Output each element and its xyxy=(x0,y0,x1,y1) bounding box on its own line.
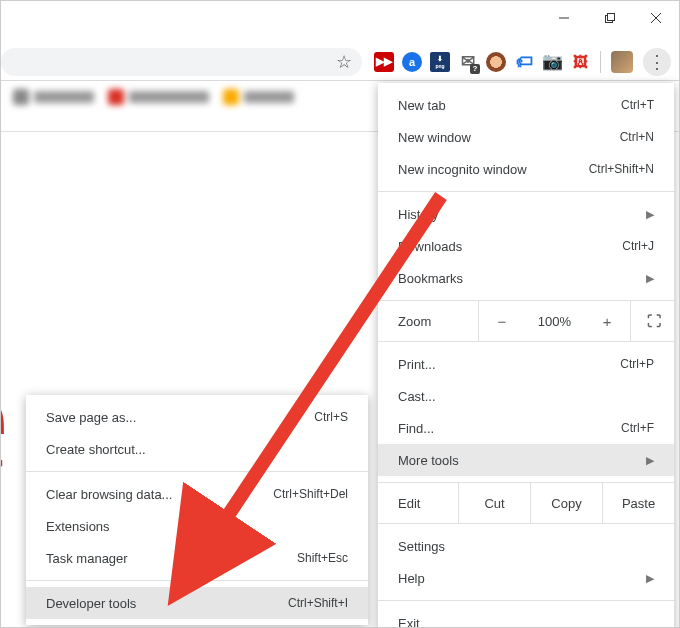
menu-item-edit: Edit Cut Copy Paste xyxy=(378,483,674,523)
menu-item-help[interactable]: Help▶ xyxy=(378,562,674,594)
menu-item-history[interactable]: History▶ xyxy=(378,198,674,230)
browser-toolbar: ☆ ▶▶ a ⬇png ✉? 🏷 📷 🖼 ⋮ xyxy=(1,43,679,81)
chevron-right-icon: ▶ xyxy=(646,454,654,467)
menu-item-incognito[interactable]: New incognito windowCtrl+Shift+N xyxy=(378,153,674,185)
main-menu-button[interactable]: ⋮ xyxy=(643,48,671,76)
fullscreen-icon xyxy=(647,313,659,329)
menu-item-find[interactable]: Find...Ctrl+F xyxy=(378,412,674,444)
menu-item-more-tools[interactable]: More tools▶ xyxy=(378,444,674,476)
extension-icon[interactable]: 🖼 xyxy=(570,52,590,72)
bookmark-item[interactable] xyxy=(223,89,294,105)
submenu-item-clear-data[interactable]: Clear browsing data...Ctrl+Shift+Del xyxy=(26,478,368,510)
address-bar[interactable]: ☆ xyxy=(1,48,362,76)
menu-item-new-window[interactable]: New windowCtrl+N xyxy=(378,121,674,153)
chevron-right-icon: ▶ xyxy=(646,572,654,585)
menu-item-new-tab[interactable]: New tabCtrl+T xyxy=(378,89,674,121)
submenu-item-extensions[interactable]: Extensions xyxy=(26,510,368,542)
zoom-label: Zoom xyxy=(398,314,478,329)
zoom-in-button[interactable]: + xyxy=(590,313,624,330)
edit-label: Edit xyxy=(378,496,458,511)
paste-button[interactable]: Paste xyxy=(602,483,674,523)
maximize-button[interactable] xyxy=(587,1,633,35)
extension-icons: ▶▶ a ⬇png ✉? 🏷 📷 🖼 xyxy=(368,52,596,72)
bookmark-item[interactable] xyxy=(13,89,94,105)
main-menu: New tabCtrl+T New windowCtrl+N New incog… xyxy=(378,83,674,628)
menu-item-cast[interactable]: Cast... xyxy=(378,380,674,412)
extension-icon[interactable]: a xyxy=(402,52,422,72)
extension-icon[interactable]: ⬇png xyxy=(430,52,450,72)
extension-icon[interactable]: 📷 xyxy=(542,52,562,72)
zoom-value: 100% xyxy=(530,314,578,329)
maximize-icon xyxy=(604,12,616,24)
cut-button[interactable]: Cut xyxy=(458,483,530,523)
bookmark-star-icon[interactable]: ☆ xyxy=(336,51,352,73)
more-tools-submenu: Save page as...Ctrl+S Create shortcut...… xyxy=(26,395,368,625)
chevron-right-icon: ▶ xyxy=(646,272,654,285)
fullscreen-button[interactable] xyxy=(630,301,674,341)
menu-item-settings[interactable]: Settings xyxy=(378,530,674,562)
submenu-item-developer-tools[interactable]: Developer toolsCtrl+Shift+I xyxy=(26,587,368,619)
submenu-item-create-shortcut[interactable]: Create shortcut... xyxy=(26,433,368,465)
menu-item-print[interactable]: Print...Ctrl+P xyxy=(378,348,674,380)
minimize-icon xyxy=(558,12,570,24)
extension-icon[interactable]: ✉? xyxy=(458,52,478,72)
menu-item-downloads[interactable]: DownloadsCtrl+J xyxy=(378,230,674,262)
extension-icon[interactable]: 🏷 xyxy=(514,52,534,72)
toolbar-separator xyxy=(600,51,601,73)
svg-rect-2 xyxy=(608,14,615,21)
close-icon xyxy=(650,12,662,24)
bookmark-item[interactable] xyxy=(108,89,209,105)
submenu-item-save-page[interactable]: Save page as...Ctrl+S xyxy=(26,401,368,433)
extension-icon[interactable]: ▶▶ xyxy=(374,52,394,72)
profile-avatar[interactable] xyxy=(611,51,633,73)
menu-item-bookmarks[interactable]: Bookmarks▶ xyxy=(378,262,674,294)
vertical-dots-icon: ⋮ xyxy=(648,60,666,64)
window-controls xyxy=(541,1,679,35)
submenu-item-task-manager[interactable]: Task managerShift+Esc xyxy=(26,542,368,574)
submenu-separator xyxy=(26,471,368,472)
minimize-button[interactable] xyxy=(541,1,587,35)
submenu-separator xyxy=(26,580,368,581)
zoom-out-button[interactable]: − xyxy=(485,313,519,330)
extension-icon[interactable] xyxy=(486,52,506,72)
chevron-right-icon: ▶ xyxy=(646,208,654,221)
close-button[interactable] xyxy=(633,1,679,35)
menu-item-zoom: Zoom − 100% + xyxy=(378,301,674,341)
copy-button[interactable]: Copy xyxy=(530,483,602,523)
menu-item-exit[interactable]: Exit xyxy=(378,607,674,628)
